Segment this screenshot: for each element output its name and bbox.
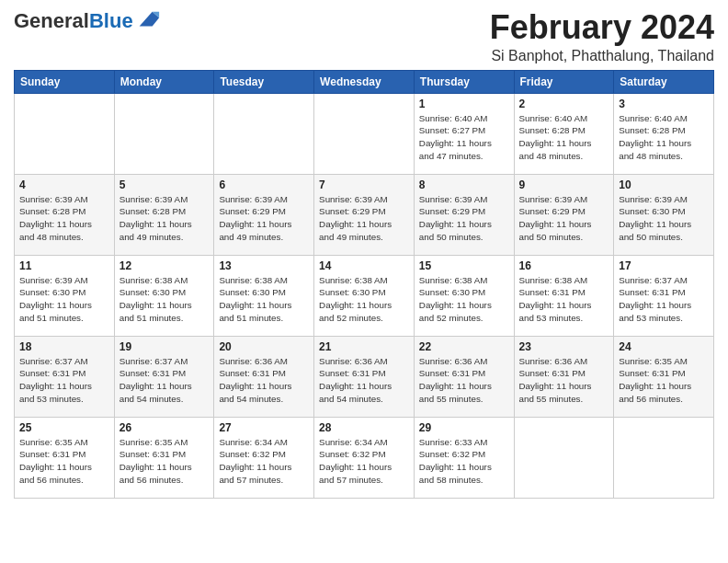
calendar-cell: 19Sunrise: 6:37 AM Sunset: 6:31 PM Dayli… (114, 336, 214, 417)
weekday-header: Monday (114, 70, 214, 93)
day-info: Sunrise: 6:34 AM Sunset: 6:32 PM Dayligh… (319, 436, 409, 487)
day-info: Sunrise: 6:39 AM Sunset: 6:29 PM Dayligh… (419, 193, 509, 244)
day-number: 22 (419, 340, 509, 353)
day-number: 10 (619, 178, 709, 191)
weekday-header: Tuesday (214, 70, 314, 93)
calendar-cell: 22Sunrise: 6:36 AM Sunset: 6:31 PM Dayli… (414, 336, 514, 417)
day-number: 20 (219, 340, 309, 353)
title-area: February 2024 Si Banphot, Phatthalung, T… (490, 9, 714, 64)
day-number: 19 (119, 340, 210, 353)
day-number: 25 (19, 421, 109, 434)
calendar-week-row: 25Sunrise: 6:35 AM Sunset: 6:31 PM Dayli… (15, 417, 714, 498)
logo-general: General (14, 9, 89, 32)
calendar-cell (214, 93, 314, 174)
calendar-cell: 9Sunrise: 6:39 AM Sunset: 6:29 PM Daylig… (514, 174, 614, 255)
day-number: 1 (419, 98, 509, 110)
calendar-cell: 11Sunrise: 6:39 AM Sunset: 6:30 PM Dayli… (15, 255, 115, 336)
day-number: 18 (19, 340, 109, 353)
day-number: 28 (319, 421, 409, 434)
logo: GeneralBlue (14, 9, 161, 33)
calendar-cell: 18Sunrise: 6:37 AM Sunset: 6:31 PM Dayli… (15, 336, 115, 417)
day-info: Sunrise: 6:36 AM Sunset: 6:31 PM Dayligh… (519, 355, 609, 406)
calendar-cell: 12Sunrise: 6:38 AM Sunset: 6:30 PM Dayli… (114, 255, 214, 336)
calendar-cell: 17Sunrise: 6:37 AM Sunset: 6:31 PM Dayli… (614, 255, 714, 336)
calendar-cell: 26Sunrise: 6:35 AM Sunset: 6:31 PM Dayli… (114, 417, 214, 498)
day-info: Sunrise: 6:36 AM Sunset: 6:31 PM Dayligh… (419, 355, 509, 406)
day-info: Sunrise: 6:39 AM Sunset: 6:28 PM Dayligh… (19, 193, 109, 244)
day-number: 13 (219, 259, 309, 272)
page-header: GeneralBlue February 2024 Si Banphot, Ph… (14, 9, 714, 64)
calendar-cell: 27Sunrise: 6:34 AM Sunset: 6:32 PM Dayli… (214, 417, 314, 498)
logo-text: GeneralBlue (14, 9, 161, 33)
calendar-week-row: 11Sunrise: 6:39 AM Sunset: 6:30 PM Dayli… (15, 255, 714, 336)
day-number: 16 (519, 259, 609, 272)
day-info: Sunrise: 6:39 AM Sunset: 6:29 PM Dayligh… (219, 193, 309, 244)
day-number: 27 (219, 421, 309, 434)
day-info: Sunrise: 6:33 AM Sunset: 6:32 PM Dayligh… (419, 436, 509, 487)
day-info: Sunrise: 6:35 AM Sunset: 6:31 PM Dayligh… (619, 355, 709, 406)
calendar-week-row: 1Sunrise: 6:40 AM Sunset: 6:27 PM Daylig… (15, 93, 714, 174)
day-info: Sunrise: 6:40 AM Sunset: 6:27 PM Dayligh… (419, 112, 509, 163)
calendar-cell: 29Sunrise: 6:33 AM Sunset: 6:32 PM Dayli… (414, 417, 514, 498)
weekday-header: Thursday (414, 70, 514, 93)
weekday-header-row: SundayMondayTuesdayWednesdayThursdayFrid… (15, 70, 714, 93)
day-info: Sunrise: 6:38 AM Sunset: 6:30 PM Dayligh… (119, 274, 210, 325)
day-info: Sunrise: 6:38 AM Sunset: 6:31 PM Dayligh… (519, 274, 609, 325)
day-number: 29 (419, 421, 509, 434)
day-info: Sunrise: 6:38 AM Sunset: 6:30 PM Dayligh… (319, 274, 409, 325)
calendar-cell: 25Sunrise: 6:35 AM Sunset: 6:31 PM Dayli… (15, 417, 115, 498)
calendar-cell (514, 417, 614, 498)
weekday-header: Friday (514, 70, 614, 93)
calendar-cell: 15Sunrise: 6:38 AM Sunset: 6:30 PM Dayli… (414, 255, 514, 336)
day-number: 2 (519, 98, 609, 110)
calendar-table: SundayMondayTuesdayWednesdayThursdayFrid… (14, 70, 714, 499)
day-info: Sunrise: 6:37 AM Sunset: 6:31 PM Dayligh… (119, 355, 210, 406)
calendar-cell: 3Sunrise: 6:40 AM Sunset: 6:28 PM Daylig… (614, 93, 714, 174)
month-title: February 2024 (490, 9, 714, 46)
day-info: Sunrise: 6:35 AM Sunset: 6:31 PM Dayligh… (119, 436, 210, 487)
day-number: 12 (119, 259, 210, 272)
calendar-cell: 8Sunrise: 6:39 AM Sunset: 6:29 PM Daylig… (414, 174, 514, 255)
logo-blue: Blue (89, 9, 133, 32)
calendar-cell: 24Sunrise: 6:35 AM Sunset: 6:31 PM Dayli… (614, 336, 714, 417)
day-number: 7 (319, 178, 409, 191)
calendar-week-row: 18Sunrise: 6:37 AM Sunset: 6:31 PM Dayli… (15, 336, 714, 417)
calendar-cell: 7Sunrise: 6:39 AM Sunset: 6:29 PM Daylig… (314, 174, 415, 255)
day-number: 8 (419, 178, 509, 191)
calendar-cell: 21Sunrise: 6:36 AM Sunset: 6:31 PM Dayli… (314, 336, 415, 417)
day-number: 15 (419, 259, 509, 272)
calendar-cell: 14Sunrise: 6:38 AM Sunset: 6:30 PM Dayli… (314, 255, 415, 336)
day-number: 17 (619, 259, 709, 272)
calendar-cell: 5Sunrise: 6:39 AM Sunset: 6:28 PM Daylig… (114, 174, 214, 255)
calendar-week-row: 4Sunrise: 6:39 AM Sunset: 6:28 PM Daylig… (15, 174, 714, 255)
day-number: 4 (19, 178, 109, 191)
location-title: Si Banphot, Phatthalung, Thailand (490, 48, 714, 64)
calendar-cell (114, 93, 214, 174)
day-number: 9 (519, 178, 609, 191)
weekday-header: Wednesday (314, 70, 415, 93)
weekday-header: Sunday (15, 70, 115, 93)
day-info: Sunrise: 6:40 AM Sunset: 6:28 PM Dayligh… (619, 112, 709, 163)
day-info: Sunrise: 6:37 AM Sunset: 6:31 PM Dayligh… (619, 274, 709, 325)
day-number: 26 (119, 421, 210, 434)
day-info: Sunrise: 6:40 AM Sunset: 6:28 PM Dayligh… (519, 112, 609, 163)
logo-icon (135, 7, 161, 33)
calendar-cell (314, 93, 415, 174)
day-info: Sunrise: 6:36 AM Sunset: 6:31 PM Dayligh… (219, 355, 309, 406)
calendar-cell (15, 93, 115, 174)
day-info: Sunrise: 6:34 AM Sunset: 6:32 PM Dayligh… (219, 436, 309, 487)
calendar-cell: 23Sunrise: 6:36 AM Sunset: 6:31 PM Dayli… (514, 336, 614, 417)
day-info: Sunrise: 6:36 AM Sunset: 6:31 PM Dayligh… (319, 355, 409, 406)
day-number: 6 (219, 178, 309, 191)
day-number: 3 (619, 98, 709, 110)
calendar-cell: 13Sunrise: 6:38 AM Sunset: 6:30 PM Dayli… (214, 255, 314, 336)
calendar-cell: 6Sunrise: 6:39 AM Sunset: 6:29 PM Daylig… (214, 174, 314, 255)
day-info: Sunrise: 6:39 AM Sunset: 6:29 PM Dayligh… (319, 193, 409, 244)
calendar-cell: 1Sunrise: 6:40 AM Sunset: 6:27 PM Daylig… (414, 93, 514, 174)
day-number: 24 (619, 340, 709, 353)
calendar-cell: 28Sunrise: 6:34 AM Sunset: 6:32 PM Dayli… (314, 417, 415, 498)
day-info: Sunrise: 6:39 AM Sunset: 6:30 PM Dayligh… (19, 274, 109, 325)
day-info: Sunrise: 6:38 AM Sunset: 6:30 PM Dayligh… (419, 274, 509, 325)
day-number: 5 (119, 178, 210, 191)
day-number: 21 (319, 340, 409, 353)
